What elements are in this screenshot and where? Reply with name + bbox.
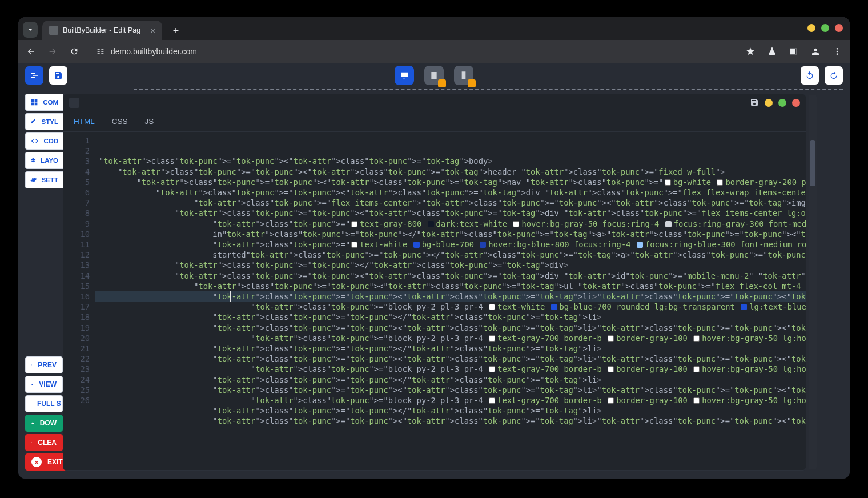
star-icon [746,47,755,56]
blocks-icon [30,98,38,107]
tab-html[interactable]: HTML [74,117,95,126]
preview-button[interactable]: PREV [25,356,63,374]
url-field[interactable]: demo.builtbybuilder.com [89,43,736,60]
device-desktop[interactable] [395,66,414,85]
code-editor[interactable]: 1234567891011121314151617181920212223242… [63,132,806,470]
sliders-icon [30,71,39,80]
save-button[interactable] [49,66,67,85]
redo-button[interactable] [825,66,843,85]
nav-reload-button[interactable] [67,45,81,58]
sidebar-item-label: LAYO [41,157,58,164]
fullscreen-button[interactable]: FULL S [25,395,63,412]
bookmark-button[interactable] [744,45,757,58]
button-label: VIEW [39,380,57,388]
trash-icon [31,438,32,447]
device-mobile[interactable] [454,66,473,85]
clear-button[interactable]: CLEA [25,434,63,451]
code-editor-panel: HTML CSS JS 1234567891011121314151617181… [63,94,806,471]
device-tablet[interactable] [424,66,444,85]
panel-close[interactable] [792,99,800,107]
kebab-icon [833,47,842,56]
button-label: PREV [38,361,57,369]
device-switcher [395,66,473,85]
tablet-icon [429,71,439,80]
close-circle-icon: × [31,457,42,467]
sidepanel-button[interactable] [787,45,801,58]
panel-minimize[interactable] [765,99,773,107]
panel-icon [789,47,798,56]
redo-icon [829,71,838,80]
profile-button[interactable] [809,45,822,58]
nav-back-button[interactable] [24,45,38,58]
tab-js[interactable]: JS [145,117,154,126]
close-window-button[interactable] [835,24,843,32]
window-icon [31,380,33,389]
app-viewport: COM STYL COD LAYO SETT PREV [18,63,850,479]
tab-title: BuiltByBuilder - Edit Pag [63,26,140,34]
line-gutter: 1234567891011121314151617181920212223242… [63,132,95,470]
button-label: FULL S [37,400,61,408]
button-label: CLEA [38,439,57,447]
canvas-guide [134,89,843,90]
scrollbar-thumb[interactable] [810,140,815,186]
address-bar: demo.builtbybuilder.com [18,40,850,63]
titlebar: BuiltByBuilder - Edit Pag × + [18,17,850,40]
overflow-menu-button[interactable] [830,45,844,58]
undo-icon [805,71,814,80]
sidebar-item-components[interactable]: COM [25,94,63,111]
url-text: demo.builtbybuilder.com [111,47,197,56]
sidebar-item-settings[interactable]: SETT [25,171,63,188]
desktop-icon [400,71,409,80]
download-button[interactable]: DOW [25,415,63,432]
page-scrollbar[interactable] [809,95,817,469]
undo-button[interactable] [801,66,819,85]
sidebar-item-code[interactable]: COD [25,132,63,150]
view-source-button[interactable]: VIEW [25,376,63,393]
sidebar-item-label: STYL [42,118,58,125]
sidebar-item-layout[interactable]: LAYO [25,152,63,169]
panel-header[interactable] [63,94,806,111]
nav-forward-button[interactable] [46,45,59,58]
layers-icon [30,156,36,165]
button-label: DOW [40,419,57,427]
gear-icon [30,175,37,184]
tab-close-button[interactable]: × [150,26,155,35]
chevron-down-icon [26,25,35,34]
code-icon [30,136,39,146]
arrow-right-icon [48,47,57,56]
new-tab-button[interactable]: + [168,23,184,39]
arrow-left-icon [26,47,35,56]
sidebar-item-label: SETT [42,176,58,183]
tab-dropdown-button[interactable] [23,22,38,38]
sidebar-item-label: COM [43,99,58,106]
drag-handle-icon[interactable] [69,98,79,108]
site-settings-icon [96,47,105,56]
filters-button[interactable] [25,66,43,85]
minimize-button[interactable] [807,24,815,32]
sidebar-item-styles[interactable]: STYL [25,113,63,130]
eye-icon [31,360,32,370]
save-icon [750,98,759,107]
maximize-button[interactable] [821,24,829,32]
button-label: EXIT [47,458,63,466]
labs-button[interactable] [765,45,779,58]
cloud-download-icon [31,419,34,428]
panel-maximize[interactable] [778,99,786,107]
sidebar-item-label: COD [43,138,58,144]
reload-icon [70,47,79,56]
editor-tabs: HTML CSS JS [63,111,806,132]
browser-tab[interactable]: BuiltByBuilder - Edit Pag × [42,21,162,40]
user-icon [811,47,820,56]
app-toolbar [18,63,850,88]
code-area[interactable]: "tok-attr">class"tok-punc">="tok-punc"><… [95,132,806,470]
flask-icon [767,47,777,56]
mobile-icon [459,71,468,80]
favicon-icon [49,26,58,35]
save-icon [54,71,63,80]
panel-save-button[interactable] [750,98,759,109]
brush-icon [30,117,37,126]
window-controls [807,24,843,32]
tab-css[interactable]: CSS [112,117,128,126]
left-sidebar: COM STYL COD LAYO SETT [25,94,63,188]
browser-window: BuiltByBuilder - Edit Pag × + demo.built… [18,17,850,479]
